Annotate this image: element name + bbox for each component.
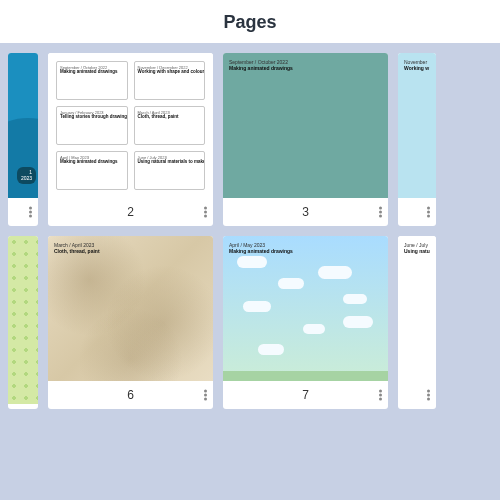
thumbnail-grid: September / October 2022Making animated … — [48, 53, 213, 198]
title-label: Cloth, thread, paint — [54, 248, 207, 254]
badge-line: 2023 — [21, 176, 32, 182]
page-number: 3 — [302, 205, 309, 219]
grid-cell: March / April 2023Cloth, thread, paint — [134, 106, 206, 145]
page-number: 2 — [127, 205, 134, 219]
page-number: 7 — [302, 388, 309, 402]
pages-row: 1 2023 September / October 2022Making an… — [0, 53, 500, 226]
grid-cell: April / May 2023Making animated drawings — [56, 151, 128, 190]
page-card[interactable]: September / October 2022Making animated … — [48, 53, 213, 226]
grid-cell: June / July 2023Using natural materials … — [134, 151, 206, 190]
page-number: 6 — [127, 388, 134, 402]
card-footer — [398, 198, 436, 226]
kebab-icon[interactable] — [427, 207, 430, 218]
thumbnail: November Working w — [398, 53, 436, 198]
page-card[interactable]: November Working w — [398, 53, 436, 226]
title-label: Using natu — [404, 248, 430, 254]
thumbnail: April / May 2023 Making animated drawing… — [223, 236, 388, 381]
card-footer: 2 — [48, 198, 213, 226]
page-card[interactable]: June / July Using natu — [398, 236, 436, 409]
pages-row: March / April 2023 Cloth, thread, paint … — [0, 236, 500, 409]
card-footer: 3 — [223, 198, 388, 226]
thumbnail — [8, 236, 38, 404]
kebab-icon[interactable] — [379, 390, 382, 401]
title-label: Working w — [404, 65, 430, 71]
page-card[interactable] — [8, 236, 38, 409]
page-card[interactable]: April / May 2023 Making animated drawing… — [223, 236, 388, 409]
thumbnail: March / April 2023 Cloth, thread, paint — [48, 236, 213, 381]
kebab-icon[interactable] — [379, 207, 382, 218]
card-footer — [398, 381, 436, 409]
kebab-icon[interactable] — [204, 390, 207, 401]
card-footer: 7 — [223, 381, 388, 409]
grid-cell: November / December 2022Working with sha… — [134, 61, 206, 100]
card-footer: 6 — [48, 381, 213, 409]
badge-year: 1 2023 — [17, 167, 36, 184]
thumbnail: September / October 2022 Making animated… — [223, 53, 388, 198]
kebab-icon[interactable] — [427, 390, 430, 401]
thumbnail-cover: 1 2023 — [8, 53, 38, 198]
grid-cell: January / February 2023Telling stories t… — [56, 106, 128, 145]
page-title: Pages — [0, 0, 500, 43]
page-card-cover[interactable]: 1 2023 — [8, 53, 38, 226]
thumbnail: June / July Using natu — [398, 236, 436, 381]
title-label: Making animated drawings — [229, 248, 382, 254]
pages-canvas: 1 2023 September / October 2022Making an… — [0, 43, 500, 500]
kebab-icon[interactable] — [29, 207, 32, 218]
title-label: Making animated drawings — [229, 65, 382, 71]
page-card[interactable]: March / April 2023 Cloth, thread, paint … — [48, 236, 213, 409]
kebab-icon[interactable] — [204, 207, 207, 218]
grid-cell: September / October 2022Making animated … — [56, 61, 128, 100]
card-footer — [8, 198, 38, 226]
page-card[interactable]: September / October 2022 Making animated… — [223, 53, 388, 226]
